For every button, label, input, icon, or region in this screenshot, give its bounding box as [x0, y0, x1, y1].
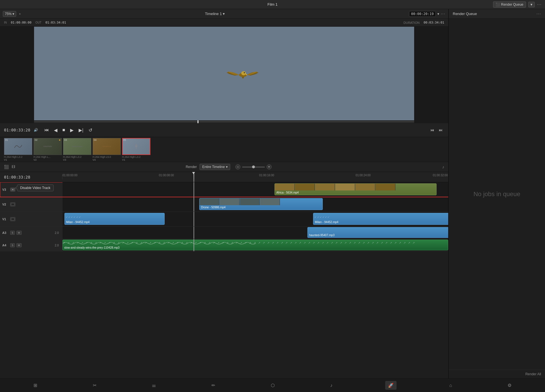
- timeline-header: 01:00:33:28 01:00:00:00 01:00:08:00 01:0…: [0, 172, 448, 182]
- track-label-v3: V3: [2, 188, 9, 191]
- bottom-settings-button[interactable]: ⚌: [149, 381, 159, 390]
- clip-haunted-label: haunted-95407.mp3: [309, 234, 335, 237]
- track-s-button-a4[interactable]: S: [10, 243, 15, 247]
- clip-slow-steady[interactable]: ↗↗↗↗↗↗↗↗↗↗↗↗↗↗↗↗↗↗↗↗↗↗↗↗↗↗↗↗↗↗↗↗↗↗↗↗↗↗↗↗…: [62, 240, 448, 250]
- clip-milan-2-label: Milan - 94452.mp4: [315, 221, 338, 224]
- render-queue-button[interactable]: ⬛ Render Queue: [493, 1, 526, 8]
- main-content: 75% ▾ ● Timeline 1 ▾ 00:00:20:19 ▾ ··· I…: [0, 9, 545, 378]
- render-all-button[interactable]: Render All: [449, 370, 545, 378]
- track-row-v1: V1 ↙ ↙ ↙ ↙ ↙ ↙ Milan - 94452.mp4: [0, 212, 448, 227]
- svg-rect-7: [11, 203, 14, 206]
- track-content-a3[interactable]: haunted-95407.mp3: [62, 227, 448, 239]
- render-zoom-controls: − +: [235, 164, 272, 169]
- render-scope-value: Entire Timeline: [202, 165, 225, 169]
- zoom-out-button[interactable]: −: [235, 164, 240, 169]
- zoom-in-button[interactable]: +: [267, 164, 272, 169]
- bottom-edit-button[interactable]: ✏: [209, 381, 218, 390]
- svg-point-3: [245, 72, 245, 72]
- ruler-mark-4: 01:00:32:00: [433, 174, 448, 177]
- title-bar: Film 1 ⬛ Render Queue ▼ ···: [0, 0, 545, 9]
- step-forward-button[interactable]: ▶|: [77, 126, 85, 134]
- timeline-name: Timeline 1: [205, 12, 222, 16]
- clip-haunted[interactable]: haunted-95407.mp3: [307, 227, 448, 238]
- track-disable-v3[interactable]: [10, 188, 15, 192]
- track-content-v1[interactable]: ↙ ↙ ↙ ↙ ↙ ↙ Milan - 94452.mp4 ↙ ↙ ↙ ↙ ↙ …: [62, 212, 448, 226]
- timeline-tracks: V3 Disable Video Track: [0, 182, 448, 378]
- track-header-v3: V3 Disable Video Track: [0, 182, 62, 197]
- clip-thumb-04[interactable]: 04 savanna H.264 High L5.0 V4: [93, 138, 121, 161]
- clip-img-04: savanna: [93, 138, 121, 155]
- track-content-v3[interactable]: Africa - 5634.mp4: [62, 182, 448, 197]
- track-row-a3: A3 S M 2.0 haunted-95407.mp3: [0, 227, 448, 239]
- music-icon: ♪: [442, 165, 444, 169]
- scrubber-bar[interactable]: [34, 120, 414, 123]
- zoom-control[interactable]: 75% ▾: [3, 11, 16, 17]
- track-content-v2[interactable]: Drone - 50986.mp4: [62, 197, 448, 211]
- zoom-icon: ●: [19, 12, 21, 15]
- svg-text:↗↗↗↗↗↗↗↗↗↗↗↗↗↗↗↗↗↗↗↗↗↗↗↗↗↗↗↗↗↗: ↗↗↗↗↗↗↗↗↗↗↗↗↗↗↗↗↗↗↗↗↗↗↗↗↗↗↗↗↗↗↗↗↗↗↗↗↗↗↗↗…: [63, 241, 417, 244]
- track-s-button-a3[interactable]: S: [10, 231, 15, 235]
- timeline-section: 01:00:33:28 01:00:00:00 01:00:08:00 01:0…: [0, 172, 448, 378]
- track-m-button-a3[interactable]: M: [16, 231, 22, 235]
- clip-thumb-03[interactable]: 03 landscape H.264 High L3.2 V3: [63, 138, 91, 161]
- bottom-media-button[interactable]: ⊞: [31, 381, 40, 390]
- preview-more-button[interactable]: ···: [441, 11, 445, 16]
- clip-drone[interactable]: Drone - 50986.mp4: [199, 198, 323, 210]
- render-scope-chevron: ▾: [226, 165, 228, 169]
- track-m-button-a4[interactable]: M: [16, 243, 22, 247]
- step-back-button[interactable]: ◀: [52, 126, 59, 134]
- track-label-v2: V2: [2, 203, 9, 206]
- skip-forward-button[interactable]: ⏭: [437, 127, 444, 133]
- clip-milan-1-label: Milan - 94452.mp4: [66, 221, 90, 224]
- svg-point-1: [241, 71, 246, 75]
- track-header-a4: A4 S M 2.0: [0, 239, 62, 251]
- stop-button[interactable]: ■: [61, 126, 67, 134]
- timeline-playhead-ruler: [194, 172, 194, 182]
- track-disable-v2[interactable]: [10, 202, 15, 206]
- clip-thumb-01[interactable]: 01 H.264 High L3.2 V1: [4, 138, 32, 161]
- clip-thumb-02[interactable]: 02 mist/hills ✦ H.264 High L... V2: [33, 138, 62, 161]
- timeline-current-time: 01:00:33:28: [0, 175, 62, 179]
- render-zoom-slider[interactable]: [242, 167, 265, 167]
- timeline-ruler[interactable]: 01:00:00:00 01:00:08:00 01:00:16:00 01:0…: [62, 172, 448, 182]
- clip-slow-steady-label: slow-and-steady-wins-the-prey-110428.mp3: [64, 246, 120, 249]
- clip-codec-01: H.264 High L3.2: [4, 156, 32, 158]
- clip-img-01: [4, 138, 32, 155]
- clip-milan-1-motion: ↙ ↙ ↙ ↙ ↙ ↙: [65, 214, 164, 219]
- bird-image: [226, 61, 260, 86]
- timeline-selector[interactable]: Timeline 1 ▾: [24, 12, 406, 16]
- app-title: Film 1: [267, 2, 277, 7]
- clip-track-01: V1: [4, 158, 32, 161]
- loop-button[interactable]: ↺: [87, 126, 94, 134]
- render-toolbar: ⬛ 🎞 Render Entire Timeline ▾ − + ♪: [0, 162, 448, 172]
- bottom-audio-button[interactable]: ♪: [327, 381, 335, 390]
- render-queue-expand-button[interactable]: ▼: [528, 2, 535, 7]
- title-bar-more-button[interactable]: ···: [537, 2, 542, 7]
- scrubber-head: [198, 120, 198, 123]
- right-panel: Render Queue ··· No jobs in queue Render…: [448, 9, 545, 378]
- bottom-preferences-button[interactable]: ⚙: [505, 381, 514, 390]
- clip-milan-2[interactable]: ↙ ↙ ↙ ↙ ↙ ↙ Milan - 94452.mp4: [313, 213, 448, 225]
- track-header-v1: V1: [0, 212, 62, 226]
- clip-drone-label: Drone - 50986.mp4: [201, 206, 225, 209]
- render-scope-select[interactable]: Entire Timeline ▾: [200, 164, 230, 170]
- bottom-deliver-button[interactable]: 🚀: [385, 381, 397, 390]
- bottom-effects-button[interactable]: ⬡: [268, 381, 278, 390]
- skip-back-button[interactable]: ⏮: [429, 127, 436, 133]
- render-queue-more-button[interactable]: ···: [536, 11, 541, 16]
- bottom-home-button[interactable]: ⌂: [447, 381, 455, 390]
- track-content-a4[interactable]: ↗↗↗↗↗↗↗↗↗↗↗↗↗↗↗↗↗↗↗↗↗↗↗↗↗↗↗↗↗↗↗↗↗↗↗↗↗↗↗↗…: [62, 239, 448, 251]
- clip-milan-1[interactable]: ↙ ↙ ↙ ↙ ↙ ↙ Milan - 94452.mp4: [64, 213, 165, 225]
- bottom-cut-button[interactable]: ✂: [90, 381, 99, 390]
- clip-thumb-05[interactable]: 05 H.264 High L3.2 V1: [122, 138, 150, 161]
- rewind-button[interactable]: ⏮: [43, 126, 51, 134]
- clip-codec-05: H.264 High L3.2: [122, 156, 150, 158]
- volume-icon[interactable]: 🔊: [34, 128, 38, 132]
- track-number-a4: 2.0: [55, 244, 60, 247]
- clip-africa[interactable]: Africa - 5634.mp4: [274, 183, 437, 195]
- timecode-value[interactable]: 00:00:20:19: [409, 11, 435, 17]
- video-preview: [34, 27, 414, 120]
- track-disable-v1[interactable]: [10, 217, 15, 221]
- ruler-mark-2: 01:00:16:00: [259, 174, 274, 177]
- play-button[interactable]: ▶: [68, 126, 75, 134]
